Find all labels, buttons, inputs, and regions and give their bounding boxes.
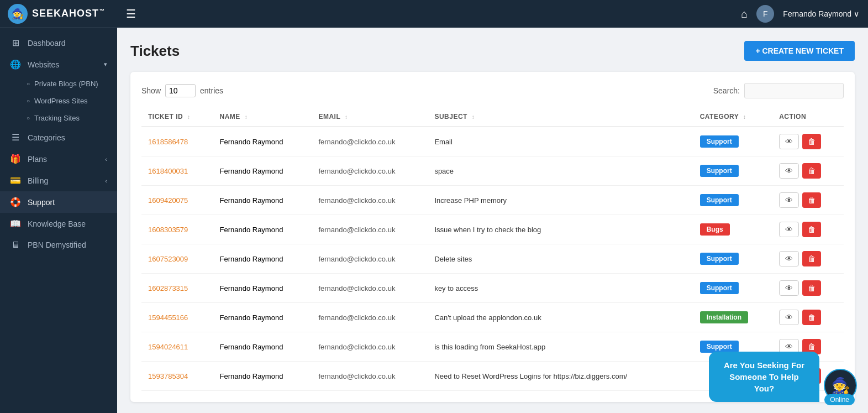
category-cell: Support [693, 244, 772, 274]
ticket-id: 1594455166 [148, 313, 188, 322]
support-icon: 🛟 [10, 197, 21, 207]
search-label: Search: [713, 86, 740, 95]
main-area: ☰ ⌂ F Fernando Raymond ∨ Tickets + CREAT… [117, 0, 868, 413]
user-name[interactable]: Fernando Raymond ∨ [783, 9, 859, 18]
delete-button[interactable]: 🗑 [802, 280, 821, 296]
knowledge-base-icon: 📖 [10, 218, 21, 229]
category-badge: Installation [700, 311, 748, 323]
name-cell: Fernando Raymond [213, 303, 312, 332]
table-row: 1602873315 Fernando Raymond fernando@cli… [141, 274, 844, 303]
table-controls: Show entries Search: [141, 83, 844, 98]
topbar-left: ☰ [126, 7, 136, 20]
ticket-id-cell: 1618586478 [141, 127, 213, 156]
email: fernando@clickdo.co.uk [318, 167, 395, 175]
sort-icon: ↕ [245, 114, 248, 120]
logo-text: SEEKAHOST™ [32, 8, 105, 19]
name-cell: Fernando Raymond [213, 127, 312, 156]
delete-button[interactable]: 🗑 [802, 192, 821, 208]
subject-cell: Can't upload the applondon.co.uk [428, 303, 693, 332]
email-cell: fernando@clickdo.co.uk [312, 303, 428, 332]
subject: Issue when I try to check the blog [434, 226, 541, 234]
category-cell: Bugs [693, 215, 772, 244]
delete-button[interactable]: 🗑 [802, 163, 821, 179]
sidebar-item-plans[interactable]: 🎁 Plans ‹ [0, 148, 117, 170]
sidebar-item-dashboard[interactable]: ⊞ Dashboard [0, 32, 117, 54]
plans-icon: 🎁 [10, 154, 21, 164]
logo[interactable]: 🧙 SEEKAHOST™ [0, 0, 117, 28]
col-subject[interactable]: SUBJECT ↕ [428, 107, 693, 127]
email: fernando@clickdo.co.uk [318, 313, 395, 322]
chat-widget[interactable]: Are You Seeking For Someone To Help You?… [709, 352, 857, 402]
delete-button[interactable]: 🗑 [802, 251, 821, 266]
create-ticket-button[interactable]: + CREATE NEW TICKET [744, 41, 855, 61]
sidebar-item-websites[interactable]: 🌐 Websites ▾ [0, 54, 117, 75]
search-input[interactable] [744, 83, 844, 98]
entries-input[interactable] [165, 84, 196, 97]
category-cell: Support [693, 274, 772, 303]
delete-button[interactable]: 🗑 [802, 134, 821, 149]
sidebar-item-wordpress-sites[interactable]: WordPress Sites [0, 92, 117, 109]
view-button[interactable]: 👁 [779, 134, 799, 149]
view-button[interactable]: 👁 [779, 310, 799, 325]
ticket-id: 1593785304 [148, 372, 188, 380]
category-cell: Support [693, 156, 772, 186]
email: fernando@clickdo.co.uk [318, 196, 395, 205]
view-button[interactable]: 👁 [779, 192, 799, 208]
action-buttons: 👁 🗑 [779, 310, 837, 325]
subject-cell: Delete sites [428, 244, 693, 274]
action-cell: 👁 🗑 [772, 303, 844, 332]
email-cell: fernando@clickdo.co.uk [312, 215, 428, 244]
col-category[interactable]: CATEGORY ↕ [693, 107, 772, 127]
action-cell: 👁 🗑 [772, 156, 844, 186]
table-row: 1609420075 Fernando Raymond fernando@cli… [141, 186, 844, 215]
email: fernando@clickdo.co.uk [318, 343, 395, 351]
col-email[interactable]: EMAIL ↕ [312, 107, 428, 127]
subject-cell: Email [428, 127, 693, 156]
view-button[interactable]: 👁 [779, 280, 799, 296]
view-button[interactable]: 👁 [779, 222, 799, 237]
col-name[interactable]: NAME ↕ [213, 107, 312, 127]
ticket-id-cell: 1607523009 [141, 244, 213, 274]
sidebar-item-knowledge-base[interactable]: 📖 Knowledge Base [0, 213, 117, 234]
sidebar-item-private-blogs[interactable]: Private Blogs (PBN) [0, 75, 117, 92]
show-entries: Show entries [141, 84, 223, 97]
sidebar-item-support[interactable]: 🛟 Support [0, 191, 117, 213]
subject-cell: is this loading from SeekaHost.app [428, 332, 693, 362]
home-icon[interactable]: ⌂ [741, 8, 748, 20]
category-badge: Bugs [700, 223, 730, 236]
view-button[interactable]: 👁 [779, 163, 799, 179]
email-cell: fernando@clickdo.co.uk [312, 362, 428, 391]
ticket-id: 1594024611 [148, 343, 188, 351]
category-badge: Support [700, 253, 739, 265]
search-area: Search: [713, 83, 844, 98]
action-buttons: 👁 🗑 [779, 251, 837, 266]
col-ticket-id[interactable]: TICKET ID ↕ [141, 107, 213, 127]
name-cell: Fernando Raymond [213, 332, 312, 362]
delete-button[interactable]: 🗑 [802, 310, 821, 325]
sort-icon: ↕ [743, 114, 746, 120]
view-button[interactable]: 👁 [779, 251, 799, 266]
action-buttons: 👁 🗑 [779, 134, 837, 149]
subject: key to access [434, 284, 478, 292]
sidebar-item-label: WordPress Sites [34, 97, 88, 105]
ticket-id-cell: 1608303579 [141, 215, 213, 244]
sidebar-item-label: Billing [28, 176, 48, 185]
chat-message: Are You Seeking For Someone To Help You? [724, 360, 804, 393]
action-cell: 👁 🗑 [772, 127, 844, 156]
sidebar-item-pbn-demystified[interactable]: 🖥 PBN Demystified [0, 234, 117, 255]
ticket-id: 1609420075 [148, 196, 188, 205]
subject: Can't upload the applondon.co.uk [434, 313, 541, 322]
sidebar-item-tracking-sites[interactable]: Tracking Sites [0, 109, 117, 127]
action-cell: 👁 🗑 [772, 186, 844, 215]
category-badge: Support [700, 282, 739, 294]
email-cell: fernando@clickdo.co.uk [312, 186, 428, 215]
sidebar-item-categories[interactable]: ☰ Categories [0, 127, 117, 148]
ticket-id-cell: 1618400031 [141, 156, 213, 186]
delete-button[interactable]: 🗑 [802, 222, 821, 237]
sidebar-item-billing[interactable]: 💳 Billing ‹ [0, 170, 117, 191]
ticket-id-cell: 1594024611 [141, 332, 213, 362]
category-cell: Support [693, 186, 772, 215]
websites-icon: 🌐 [10, 59, 21, 70]
hamburger-icon[interactable]: ☰ [126, 7, 136, 20]
subject-cell: Issue when I try to check the blog [428, 215, 693, 244]
